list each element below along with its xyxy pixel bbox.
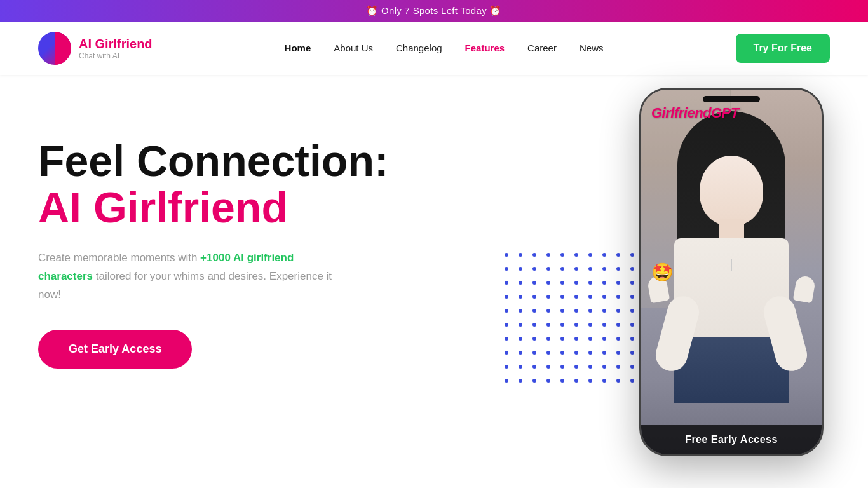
dot — [588, 365, 592, 369]
dot — [532, 267, 536, 271]
dot — [588, 309, 592, 313]
logo-text: AI Girlfriend Chat with AI — [79, 37, 153, 60]
dot — [630, 323, 634, 327]
dot — [588, 337, 592, 341]
dot — [630, 253, 634, 257]
dot — [505, 351, 508, 355]
dot — [630, 281, 634, 285]
logo-icon — [38, 32, 71, 65]
dot — [532, 337, 536, 341]
nav-features[interactable]: Features — [465, 43, 505, 53]
dot — [505, 295, 508, 299]
dot — [630, 267, 634, 271]
phone-notch — [703, 96, 760, 102]
dot — [630, 351, 634, 355]
logo-link[interactable]: AI Girlfriend Chat with AI — [38, 32, 153, 65]
dot — [532, 309, 536, 313]
dot — [616, 323, 620, 327]
dot — [546, 351, 550, 355]
dot — [519, 281, 522, 285]
phone-frame: GirlfriendGPT 🤩 Free Early Access — [639, 88, 824, 456]
dot — [505, 337, 508, 341]
dot — [616, 267, 620, 271]
dot — [560, 351, 564, 355]
top-banner: ⏰ Only 7 Spots Left Today ⏰ — [0, 0, 868, 22]
banner-text: ⏰ Only 7 Spots Left Today ⏰ — [366, 5, 501, 16]
dot — [574, 253, 578, 257]
logo-title: AI Girlfriend — [79, 37, 153, 51]
dot — [560, 267, 564, 271]
dot — [602, 379, 606, 383]
dot — [505, 379, 508, 383]
dot-grid-decoration — [505, 253, 639, 388]
dot — [519, 267, 522, 271]
get-early-access-button[interactable]: Get Early Access — [38, 330, 192, 369]
phone-app-label: GirlfriendGPT — [651, 105, 739, 121]
dot — [560, 281, 564, 285]
dot — [505, 309, 508, 313]
hero-desc-before: Create memorable moments with — [38, 252, 200, 264]
dot — [616, 295, 620, 299]
dot — [574, 351, 578, 355]
dot — [505, 253, 508, 257]
dot — [560, 295, 564, 299]
dot — [602, 295, 606, 299]
dot — [616, 379, 620, 383]
dot — [574, 295, 578, 299]
hero-heading-line2: AI Girlfriend — [38, 184, 419, 231]
navbar: AI Girlfriend Chat with AI Home About Us… — [0, 22, 868, 75]
dot — [560, 323, 564, 327]
dot — [588, 379, 592, 383]
phone-emoji: 🤩 — [651, 262, 674, 283]
dot — [519, 337, 522, 341]
dot — [574, 309, 578, 313]
dot — [616, 365, 620, 369]
nav-career[interactable]: Career — [527, 43, 557, 53]
dot — [588, 267, 592, 271]
dot — [546, 253, 550, 257]
dot — [616, 281, 620, 285]
dot — [546, 281, 550, 285]
dot — [532, 379, 536, 383]
phone-screen: GirlfriendGPT 🤩 Free Early Access — [641, 90, 822, 454]
dot — [602, 351, 606, 355]
dot — [630, 365, 634, 369]
dot — [505, 323, 508, 327]
nav-about[interactable]: About Us — [334, 43, 373, 53]
dot — [560, 379, 564, 383]
dot — [602, 309, 606, 313]
dot — [546, 365, 550, 369]
hero-description: Create memorable moments with +1000 AI g… — [38, 249, 343, 304]
dot — [519, 253, 522, 257]
dot — [630, 337, 634, 341]
hero-section: Feel Connection: AI Girlfriend Create me… — [0, 75, 868, 482]
dot — [519, 295, 522, 299]
dot — [546, 267, 550, 271]
nav-changelog[interactable]: Changelog — [396, 43, 442, 53]
dot — [560, 337, 564, 341]
nav-home[interactable]: Home — [285, 43, 311, 53]
dot — [588, 253, 592, 257]
dot — [602, 281, 606, 285]
dot — [574, 379, 578, 383]
dot — [602, 323, 606, 327]
dot — [560, 365, 564, 369]
dot — [588, 295, 592, 299]
dot — [519, 379, 522, 383]
dot — [602, 253, 606, 257]
dot — [574, 323, 578, 327]
nav-news[interactable]: News — [580, 43, 604, 53]
dot — [546, 295, 550, 299]
dot — [630, 295, 634, 299]
dot — [630, 379, 634, 383]
hero-heading-line1: Feel Connection: — [38, 139, 419, 184]
dot — [574, 281, 578, 285]
dot — [630, 309, 634, 313]
dot — [546, 379, 550, 383]
dot — [616, 253, 620, 257]
dot — [546, 323, 550, 327]
phone-bottom-bar: Free Early Access — [641, 425, 822, 454]
dot — [588, 281, 592, 285]
dot — [546, 309, 550, 313]
try-for-free-button[interactable]: Try For Free — [736, 34, 830, 63]
